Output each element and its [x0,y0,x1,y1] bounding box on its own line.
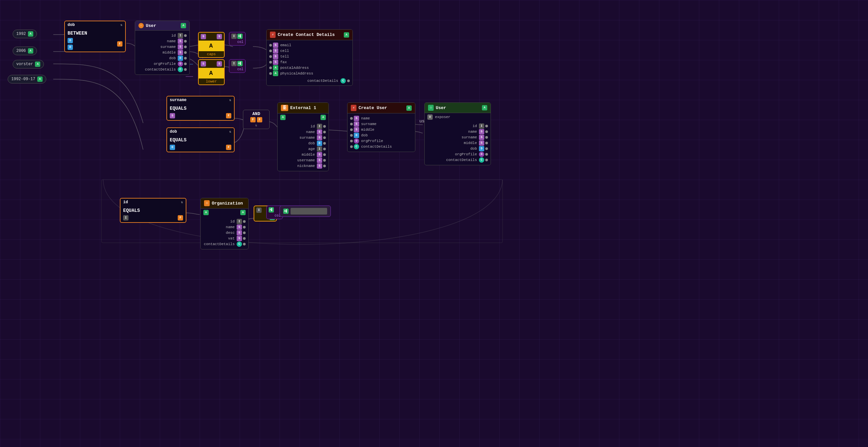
user-node2-port-A: A [482,105,487,110]
cu-port-S-middle: S [354,127,359,132]
ext-connector-nickname [323,165,326,167]
user-node-top-title: User [146,23,156,28]
connector-dob [184,57,187,60]
port-S-surname-filter: S [170,113,175,118]
user-node2-body: id I name S surname S middle S dob D org… [425,121,491,165]
dob-ports: D F [170,145,231,150]
port-F-id: F [178,215,183,220]
port-F-dob: F [226,145,231,150]
bottom-col-port-A: A▌ [269,207,274,212]
cu-port-D-dob: D [354,133,359,138]
col-node-lower: I A▌ col [229,59,246,73]
port-A-2006: A [28,48,33,54]
between-ports: D D F [68,38,122,50]
port-S-fax: S [273,60,278,65]
contact-postal: A postalAddress [269,65,350,70]
contact-physical: A physicalAddress [269,71,350,76]
cu-connector-surname [350,123,353,126]
user2-port-O-orgprofile: O [479,152,484,157]
user-node2-exposer: U exposer [425,113,491,121]
user-row-contactdetails: contactDetails C [138,67,187,72]
port-O-orgprofile: O [178,61,183,67]
input-vorster[interactable]: vorster A [13,60,44,69]
input-2006[interactable]: 2006 A [13,46,37,55]
port-A-1992: A [28,31,33,37]
cu-row-name: S name [350,116,412,121]
user-row-dob: dob D [138,56,187,61]
org-connector-id [243,220,246,223]
cu-row-surname: S surname [350,122,412,127]
input-1992[interactable]: 1992 A [13,30,37,38]
ext-row-surname: surname S [280,135,326,140]
surname-equals-node: surname ⇅ EQUALS S F [166,96,235,121]
create-user-node: ⚡ Create User A S name S surname S middl… [347,102,415,152]
connector-middle [184,51,187,54]
external1-node: 🗄 External 1 A A id I name S surname S d… [277,102,329,171]
external1-top-ports: A A [278,113,329,122]
user-row-surname: surname S [138,44,187,49]
create-user-body: S name S surname S middle D dob O orgPro… [347,113,415,152]
cu-row-contactdetails: C contactDetails [350,144,412,149]
port-I-id-filter: I [123,215,128,220]
user-row-middle: middle S [138,50,187,55]
org-port-S-name: S [237,225,242,230]
col-node-caps: I A▌ col [229,32,246,45]
create-user-title: Create User [359,105,387,110]
and-node: AND F F ⇅ [243,110,270,129]
ext-row-middle: middle S [280,152,326,157]
port-I-id: I [178,33,183,38]
user-node-top: ○ User A id I name S surname S middle S … [135,21,190,75]
port-S-surname: S [178,44,183,49]
org-row-desc: desc S [204,230,246,236]
user2-row-dob: dob D [427,146,488,151]
user-row-name: name S [138,39,187,44]
ext-port-S-middle: S [317,152,322,157]
input-value-date: 1992-09-17 [11,77,35,81]
user2-port-I-id: I [479,124,484,129]
user2-port-S-name: S [479,129,484,134]
exposer-port-U: U [427,114,433,120]
contact-email: S email [269,42,350,48]
input-date[interactable]: 1992-09-17 A [8,75,46,83]
create-contact-port-A: A [344,32,349,38]
org-port-C-contactdetails: C [237,241,242,247]
organization-icon: ○ [204,200,210,206]
bottom-purple-bar [290,208,327,214]
caps-transform: S S A caps [198,32,225,58]
create-user-header: ⚡ Create User A [347,103,415,113]
cu-port-C-contactdetails: C [354,144,359,149]
surname-title: surname [170,98,186,102]
col-lower-port-A: A▌ [237,61,243,66]
create-contact-body: S email S cell S tell S fax A postalAddr… [267,40,352,85]
ext-port-D-dob: D [317,141,322,146]
port-S-cell: S [273,48,278,54]
surname-equals-header: surname ⇅ [167,97,234,104]
external1-icon: 🗄 [281,105,288,111]
user2-port-D-dob: D [479,146,484,151]
cu-connector-orgprofile [350,140,353,142]
port-S-email: S [273,42,278,48]
org-connector-contactdetails [243,243,246,245]
ext-port-S-name: S [317,129,322,135]
user-icon: ○ [138,23,144,28]
dob-between-header: dob ⇅ [65,21,125,29]
connector-contact [184,68,187,71]
contact-fax: S fax [269,60,350,65]
port-D-1: D [68,38,73,43]
connector-cell-in [269,49,272,52]
col-caps-ports: I A▌ [231,34,243,39]
dob-equals-title: dob [170,129,177,134]
bt-port-I: I [256,208,261,213]
port-C-contactdetails: C [340,78,346,83]
organization-body: id I name S desc S vat S contactDetails … [201,216,248,249]
user2-port-C-contactdetails: C [479,157,484,163]
connector-email-in [269,44,272,46]
port-A-physical: A [273,71,278,76]
cu-row-middle: S middle [350,127,412,132]
ext-connector-username [323,159,326,162]
exposer-row: U exposer [427,114,488,120]
create-contact-icon: ⚡ [270,32,276,38]
org-port-A-out: A [240,210,246,215]
create-user-icon: ⚡ [351,105,356,111]
id-equals-title: id [123,200,128,205]
